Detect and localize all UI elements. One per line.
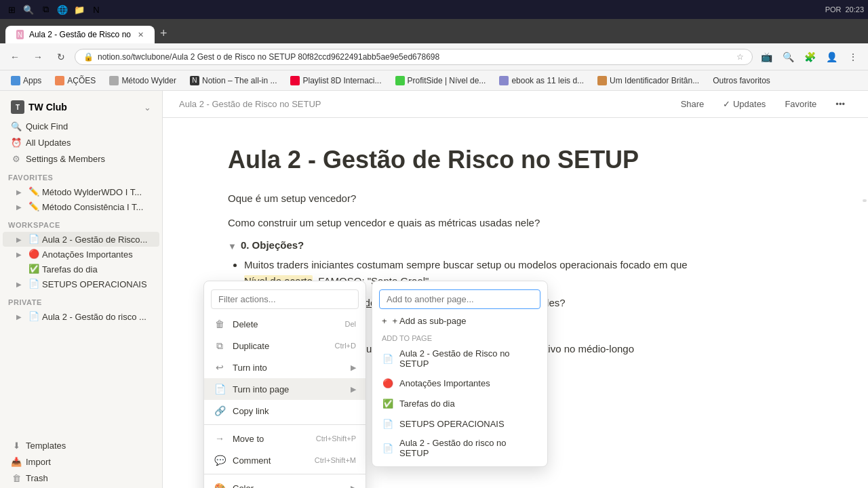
delete-icon: 🗑 [214,318,226,330]
bookmark-ebook[interactable]: ebook as 11 leis d... [494,74,589,87]
add-as-sub-page[interactable]: + + Add as sub-page [372,312,547,330]
sidebar-ws-item-1[interactable]: ▶ 📄 Aula 2 - Gestão de Risco... [3,232,159,247]
sidebar-all-updates[interactable]: ⏰ All Updates [3,134,159,150]
menu-item-comment[interactable]: 💬 Comment Ctrl+Shift+M [204,449,366,471]
menu-item-copy-link[interactable]: 🔗 Copy link [204,400,366,422]
copy-link-icon: 🔗 [214,405,226,417]
edge-icon[interactable]: 🌐 [55,2,70,17]
menu-item-delete[interactable]: 🗑 Delete Del [204,313,366,335]
templates-icon: ⬇ [11,440,22,451]
submenu-page3-label: Tarefas do dia [399,399,455,409]
submenu-page-1[interactable]: 📄 Aula 2 - Gestão de Risco no SETUP [372,344,547,373]
ws-arrow-4: ▶ [16,281,26,288]
favorites-section-label: FAVORITES [0,167,162,184]
cast-icon[interactable]: 📺 [757,47,776,66]
apps-favicon [11,76,20,85]
private-section-label: PRIVATE [0,291,162,309]
sidebar-favorite-1[interactable]: ▶ ✏️ Método WylderWDO I T... [3,184,159,199]
sidebar-trash[interactable]: 🗑 Trash [3,470,159,486]
menu-item-turn-into-page[interactable]: 📄 Turn into page ▶ [204,378,366,400]
notion-icon[interactable]: N [89,2,104,17]
toolbar-icons: 📺 🔍 🧩 👤 ⋮ [757,47,863,66]
taskbar-right: POR 20:23 [825,5,864,14]
delete-label: Delete [233,319,338,329]
active-tab[interactable]: N Aula 2 - Gestão de Risco no SETU... ✕ [5,26,155,43]
search-toolbar-icon[interactable]: 🔍 [778,47,797,66]
priv1-icon: 📄 [28,311,39,322]
menu-item-color[interactable]: 🎨 Color ▶ [204,477,366,488]
app-layout: T TW Club ⌄ 🔍 Quick Find ⏰ All Updates ⚙… [0,91,868,488]
bookmark-notion[interactable]: N Notion – The all-in ... [184,74,283,87]
tab-title: Aula 2 - Gestão de Risco no SETU... [29,30,132,39]
submenu-page3-icon: ✅ [382,397,394,409]
bookmark-more[interactable]: Outros favoritos [707,74,776,87]
trash-label: Trash [26,473,48,483]
filter-actions-input[interactable] [211,289,359,309]
tab-close-icon[interactable]: ✕ [138,30,144,39]
breadcrumb: Aula 2 - Gestão de Risco no SETUP [179,99,321,109]
acoes-favicon [55,76,64,85]
playlist-favicon [290,76,300,85]
more-actions-button[interactable]: ••• [829,96,852,112]
sidebar-ws-item-3[interactable]: ✅ Tarefas do dia [3,262,159,277]
bookmark-metodo[interactable]: Método Wylder [104,74,182,87]
file-icon[interactable]: 📁 [72,2,87,17]
new-tab-button[interactable]: + [155,24,173,43]
search-icon[interactable]: 🔍 [21,2,36,17]
toggle-arrow-0[interactable]: ▼ [228,241,237,251]
menu-item-turn-into[interactable]: ↩ Turn into ▶ [204,357,366,378]
submenu-page-2[interactable]: 🔴 Anotações Importantes [372,373,547,393]
bookmark-acoes[interactable]: AÇÕES [50,74,101,87]
submenu-search-input[interactable] [379,289,540,309]
page-header-bar: Aula 2 - Gestão de Risco no SETUP Share … [163,91,868,118]
updates-button[interactable]: ✓ Updates [716,96,772,112]
submenu-page-5[interactable]: 📄 Aula 2 - Gestão do risco no SETUP [372,434,547,462]
sidebar-quick-find[interactable]: 🔍 Quick Find [3,118,159,134]
taskbar-lang: POR [825,5,842,14]
bookmark-profitside[interactable]: ProfitSide | Nível de... [390,74,492,87]
sidebar-templates[interactable]: ⬇ Templates [3,437,159,453]
ws3-label: Tarefas do dia [42,264,98,274]
main-content: Aula 2 - Gestão de Risco no SETUP Share … [163,91,868,488]
address-bar[interactable]: 🔒 notion.so/twclubone/Aula 2 Gest o de R… [75,49,753,65]
share-button[interactable]: Share [674,96,711,112]
sidebar-ws-item-2[interactable]: ▶ 🔴 Anotações Importantes [3,247,159,262]
sidebar-ws-item-4[interactable]: ▶ 📄 SETUPS OPERACIONAIS [3,277,159,291]
bookmarks-bar: Apps AÇÕES Método Wylder N Notion – The … [0,70,868,91]
menu-item-duplicate[interactable]: ⧉ Duplicate Ctrl+D [204,335,366,357]
menu-item-move-to[interactable]: → Move to Ctrl+Shift+P [204,428,366,449]
color-label: Color [233,483,344,489]
sidebar-favorite-2[interactable]: ▶ ✏️ Método Consistência I T... [3,199,159,214]
sidebar-import[interactable]: 📥 Import [3,453,159,470]
browser-toolbar: ← → ↻ 🔒 notion.so/twclubone/Aula 2 Gest … [0,43,868,70]
all-updates-label: All Updates [26,138,71,148]
submenu-page-4[interactable]: 📄 SETUPS OPERACIONAIS [372,413,547,434]
color-icon: 🎨 [214,482,226,488]
forward-button[interactable]: → [28,47,47,66]
extensions-icon[interactable]: 🧩 [800,47,819,66]
submenu-page1-label: Aula 2 - Gestão de Risco no SETUP [399,348,538,369]
profile-icon[interactable]: 👤 [822,47,841,66]
bookmark-star-icon[interactable]: ☆ [736,52,744,62]
workspace-name: TW Club [28,102,67,113]
bookmark-identificador[interactable]: Um Identificador Britân... [592,74,705,87]
templates-label: Templates [26,441,66,451]
menu-icon[interactable]: ⋮ [844,47,863,66]
back-button[interactable]: ← [5,47,24,66]
favorite-button[interactable]: Favorite [778,96,823,112]
task-view-icon[interactable]: ⧉ [38,2,53,17]
bookmark-apps[interactable]: Apps [5,74,47,87]
fav2-label: Método Consistência I T... [42,202,143,212]
submenu-page-3[interactable]: ✅ Tarefas do dia [372,393,547,413]
sidebar-private-1[interactable]: ▶ 📄 Aula 2 - Gestão do risco ... [3,309,159,324]
refresh-button[interactable]: ↻ [52,47,71,66]
quick-find-label: Quick Find [26,121,68,131]
check-icon: ✓ [723,99,730,109]
updates-label: Updates [733,99,766,109]
sidebar-settings[interactable]: ⚙ Settings & Members [3,150,159,167]
start-icon[interactable]: ⊞ [4,2,19,17]
context-menu: 🗑 Delete Del ⧉ Duplicate Ctrl+D ↩ Turn i… [203,281,366,488]
workspace-header[interactable]: T TW Club ⌄ [3,96,159,118]
bookmark-playlist[interactable]: Playlist 8D Internaci... [285,74,387,87]
submenu-page4-label: SETUPS OPERACIONAIS [399,419,505,429]
